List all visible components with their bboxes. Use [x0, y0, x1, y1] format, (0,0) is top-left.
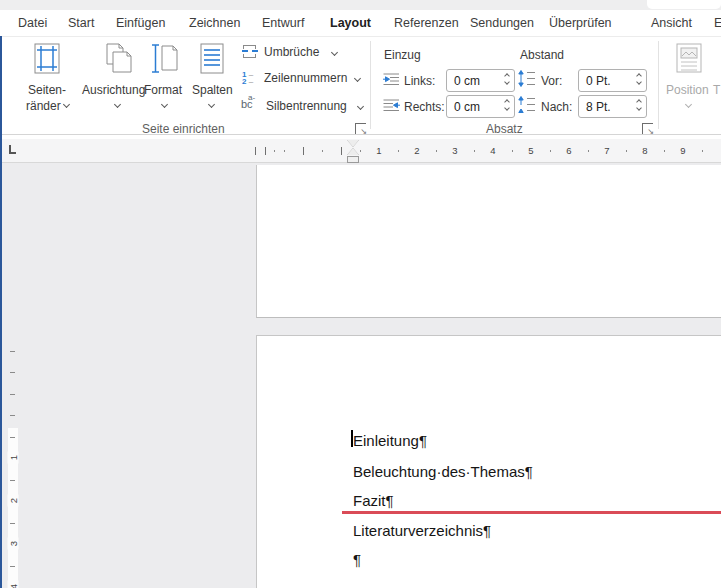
chevron-down-icon: [161, 101, 168, 108]
tab-stop-left-icon: [9, 145, 16, 154]
indent-left-label: Links:: [404, 74, 435, 88]
doc-line[interactable]: Literaturverzeichnis¶: [353, 522, 491, 539]
tab-referenzen[interactable]: Referenzen: [394, 10, 459, 36]
doc-line[interactable]: ¶: [353, 551, 361, 568]
spacing-before-input[interactable]: 0 Pt.: [578, 69, 647, 92]
spinner-buttons[interactable]: [637, 74, 641, 84]
tab-ueberpruefen[interactable]: Überprüfen: [549, 10, 612, 36]
ruler-number: 2: [411, 145, 423, 156]
spinner-up-icon[interactable]: [504, 73, 510, 79]
spinner-buttons[interactable]: [505, 74, 509, 84]
line-numbers-label: Zeilennummern: [264, 71, 347, 85]
position-icon: [676, 43, 702, 73]
tab-zeichnen[interactable]: Zeichnen: [189, 10, 240, 36]
tab-ansicht[interactable]: Ansicht: [651, 10, 692, 36]
page-setup-dialog-launcher[interactable]: ↘: [355, 123, 366, 134]
doc-line[interactable]: Fazit¶: [353, 492, 394, 509]
indent-left-value: 0 cm: [454, 74, 480, 88]
spacing-before-value: 0 Pt.: [586, 74, 611, 88]
ruler-number: 1: [8, 452, 19, 464]
indent-left-input[interactable]: 0 cm: [446, 69, 515, 92]
margins-label-1: Seiten-: [28, 83, 66, 97]
breaks-label: Umbrüche: [264, 45, 319, 59]
icon-digit: 2: [242, 77, 246, 86]
hyphenation-icon: bc a-: [241, 95, 260, 110]
chevron-down-icon: [208, 101, 215, 108]
ribbon-tab-bar: Datei Start Einfügen Zeichnen Entwurf La…: [0, 10, 721, 36]
columns-button[interactable]: Spalten: [190, 39, 234, 119]
ruler-number: 7: [601, 145, 613, 156]
margins-label-2: ränder: [26, 99, 61, 113]
spinner-up-icon[interactable]: [504, 99, 510, 105]
doc-line[interactable]: Beleuchtung·des·Themas¶: [353, 463, 533, 480]
ruler-number: 3: [8, 538, 19, 550]
horizontal-ruler[interactable]: 1 2 3 4 5 6 7 8 9: [0, 139, 721, 163]
spacing-after-icon: [518, 96, 536, 113]
ruler-number: 6: [563, 145, 575, 156]
position-label: Position: [666, 83, 709, 97]
tab-einfuegen[interactable]: Einfügen: [116, 10, 165, 36]
ruler-ticks: [10, 349, 15, 588]
first-line-indent-marker[interactable]: [347, 140, 359, 147]
group-separator: [370, 41, 371, 129]
line-numbers-icon: 1 – 2 –: [242, 71, 258, 85]
red-paragraph-border: [342, 511, 721, 514]
indent-right-icon: [383, 99, 400, 112]
page-1[interactable]: [256, 165, 721, 318]
spinner-up-icon[interactable]: [636, 73, 642, 79]
tab-stop-selector[interactable]: [7, 144, 19, 157]
paragraph-group-label: Absatz: [486, 122, 523, 136]
line-numbers-button[interactable]: 1 – 2 – Zeilennummern: [241, 69, 366, 87]
tab-start[interactable]: Start: [68, 10, 94, 36]
paragraph-dialog-launcher[interactable]: ↘: [642, 123, 653, 134]
columns-label: Spalten: [192, 83, 233, 97]
hanging-indent-marker[interactable]: [347, 148, 359, 155]
ruler-number: 4: [487, 145, 499, 156]
search-box-remnant[interactable]: [647, 0, 721, 9]
breaks-icon: [242, 45, 258, 58]
hyphenation-label: Silbentrennung: [266, 99, 347, 113]
tab-sendungen[interactable]: Sendungen: [470, 10, 534, 36]
orientation-label: Ausrichtung: [82, 83, 145, 97]
ruler-number: 1: [373, 145, 385, 156]
breaks-button[interactable]: Umbrüche: [241, 43, 366, 61]
spinner-buttons[interactable]: [637, 100, 641, 110]
size-label: Format: [144, 83, 182, 97]
hyphenation-button[interactable]: bc a- Silbentrennung: [241, 95, 371, 113]
chevron-down-icon: [114, 101, 121, 108]
tab-clipped[interactable]: E: [714, 10, 721, 36]
margins-button[interactable]: Seiten- ränder: [25, 39, 69, 119]
word-window: Datei Start Einfügen Zeichnen Entwurf La…: [0, 0, 721, 588]
ruler-number: 8: [639, 145, 651, 156]
spacing-header: Abstand: [520, 48, 564, 62]
ruler-number: 2: [8, 495, 19, 507]
spinner-buttons[interactable]: [505, 100, 509, 110]
indent-right-label: Rechts:: [404, 100, 445, 114]
tab-datei[interactable]: Datei: [18, 10, 47, 36]
spacing-before-label: Vor:: [541, 74, 562, 88]
spinner-down-icon[interactable]: [636, 79, 642, 85]
clipped-button-label: T: [713, 83, 720, 97]
size-button[interactable]: Format: [142, 39, 188, 119]
group-separator: [658, 41, 659, 129]
doc-line[interactable]: Einleitung¶: [353, 432, 427, 449]
indent-header: Einzug: [384, 48, 421, 62]
vertical-ruler[interactable]: [9, 349, 17, 588]
chevron-down-icon: [331, 49, 338, 56]
indent-right-value: 0 cm: [454, 100, 480, 114]
spacing-after-input[interactable]: 8 Pt.: [578, 95, 647, 118]
spinner-down-icon[interactable]: [504, 79, 510, 85]
spinner-down-icon[interactable]: [636, 105, 642, 111]
tab-entwurf[interactable]: Entwurf: [262, 10, 304, 36]
chevron-down-icon: [685, 101, 692, 108]
chevron-down-icon: [357, 103, 364, 110]
spinner-up-icon[interactable]: [636, 99, 642, 105]
spacing-after-label: Nach:: [541, 100, 572, 114]
left-indent-marker[interactable]: [347, 156, 359, 163]
position-button: Position: [664, 39, 714, 119]
spinner-down-icon[interactable]: [504, 105, 510, 111]
page-2[interactable]: Einleitung¶ Beleuchtung·des·Themas¶ Fazi…: [256, 335, 721, 588]
indent-right-input[interactable]: 0 cm: [446, 95, 515, 118]
spacing-after-value: 8 Pt.: [586, 100, 611, 114]
tab-layout[interactable]: Layout: [330, 10, 371, 36]
